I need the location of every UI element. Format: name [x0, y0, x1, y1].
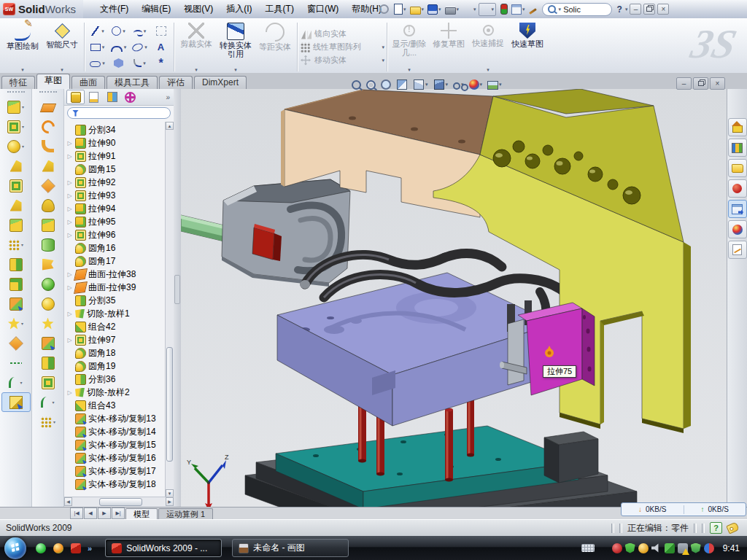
splitter-handle[interactable] [174, 275, 180, 304]
network-warning-tray-icon[interactable] [678, 543, 688, 553]
pen-button[interactable] [527, 5, 538, 13]
shell-surface-button[interactable] [34, 373, 63, 392]
freeform-button[interactable] [34, 195, 63, 215]
next-tab-button[interactable]: ▶ [98, 508, 111, 519]
dropdown-arrow-icon[interactable]: ▾ [522, 7, 525, 12]
dropdown-arrow-icon[interactable]: ▾ [499, 82, 502, 88]
doc-minimize-button[interactable]: – [676, 77, 692, 90]
graphics-viewport[interactable]: Y Z X 拉伸75 [181, 89, 727, 507]
zoom-fit-button[interactable] [352, 80, 361, 90]
dropdown-arrow-icon[interactable]: ▾ [20, 380, 22, 385]
sketch-point-button[interactable] [150, 55, 171, 71]
dropdown-arrow-icon[interactable]: ▾ [21, 321, 23, 326]
expand-arrow-icon[interactable]: ▷ [66, 337, 73, 343]
tree-item[interactable]: ▷拉伸95 [64, 215, 166, 228]
defender-tray-icon[interactable] [691, 543, 701, 553]
tree-item[interactable]: ▷拉伸94 [64, 202, 166, 215]
tree-item[interactable]: ▷拉伸93 [64, 189, 166, 202]
dropdown-arrow-icon[interactable]: ▾ [382, 58, 384, 63]
configuration-manager-tab[interactable] [103, 90, 121, 104]
display-style-button[interactable]: ▾ [433, 79, 449, 90]
search-scope-dropdown-icon[interactable]: ▾ [559, 7, 562, 12]
expand-arrow-icon[interactable]: ▷ [66, 284, 73, 291]
first-tab-button[interactable]: |◀ [70, 508, 83, 519]
updates-tray-icon[interactable] [638, 543, 649, 553]
menu-item-4[interactable]: 工具(T) [259, 1, 301, 18]
sketch-sfillet-button[interactable]: ▾ [129, 55, 150, 71]
menu-item-2[interactable]: 视图(V) [177, 1, 220, 18]
parting-line-button[interactable] [34, 254, 63, 274]
dropdown-arrow-icon[interactable]: ▾ [422, 7, 425, 12]
core-button[interactable] [34, 274, 63, 294]
tags-icon[interactable] [726, 521, 740, 534]
help-button[interactable]: ? [616, 4, 624, 15]
dropdown-arrow-icon[interactable]: ▾ [492, 7, 495, 12]
move-copy-body-button[interactable] [1, 294, 31, 314]
vscroll-thumb[interactable] [166, 347, 173, 462]
spline-tool-button[interactable]: ▾ [1, 373, 31, 392]
sketch-arc-button[interactable]: ▾ [108, 39, 129, 55]
snap-button[interactable]: 快速捕捉▾ [468, 20, 508, 74]
sketch-slot-button[interactable]: ▾ [87, 55, 108, 71]
expand-arrow-icon[interactable]: ▷ [66, 219, 73, 225]
view-palette-tab[interactable] [728, 200, 747, 218]
sketch-circle-button[interactable]: ▾ [108, 23, 129, 39]
relations-button[interactable]: 显示/删除几...▾ [390, 20, 429, 74]
extruded-cut-button[interactable]: ▾ [1, 117, 31, 136]
scroll-right-icon[interactable]: ▶ [166, 497, 174, 506]
scroll-up-icon[interactable]: ▲ [166, 122, 174, 130]
indent-button[interactable] [34, 314, 63, 333]
tree-item[interactable]: 圆角19 [64, 359, 166, 373]
tab-评估[interactable]: 评估 [159, 76, 193, 89]
dropdown-arrow-icon[interactable]: ▾ [124, 44, 127, 50]
insert-part-button[interactable]: ▾ [1, 314, 31, 333]
model-tab-1[interactable]: 运动算例 1 [158, 508, 213, 520]
dropdown-arrow-icon[interactable]: ▾ [123, 28, 125, 34]
property-manager-tab[interactable] [85, 90, 103, 104]
rib-button[interactable] [1, 215, 31, 235]
hscroll-thumb[interactable] [99, 498, 142, 506]
join-button[interactable] [34, 353, 63, 373]
taskbar-task-1[interactable]: 未命名 - 画图 [232, 539, 349, 557]
feature-manager-tab[interactable] [66, 90, 85, 104]
tree-item[interactable]: ▷拉伸91 [64, 149, 166, 163]
quicklaunch-solidworks-button[interactable] [69, 541, 83, 556]
design-library-tab[interactable] [728, 139, 747, 157]
linear-pattern-button[interactable]: ▾ [1, 235, 31, 254]
tree-item[interactable]: 实体-移动/复制13 [64, 412, 166, 425]
tree-filter-input[interactable] [67, 107, 171, 119]
view-orientation-button[interactable]: ▾ [413, 79, 428, 90]
tree-item[interactable]: 圆角16 [64, 241, 166, 254]
dropdown-arrow-icon[interactable]: ▾ [21, 242, 23, 247]
combine-button[interactable] [1, 274, 31, 294]
dropdown-arrow-icon[interactable]: ▾ [101, 28, 104, 34]
select-button[interactable]: ▾ [479, 3, 497, 16]
scroll-left-icon[interactable]: ◀ [64, 497, 72, 506]
delete-body-button[interactable] [1, 333, 31, 353]
draft-button[interactable] [1, 195, 31, 215]
security-green-tray-icon[interactable] [625, 543, 635, 553]
taskbar-task-0[interactable]: SolidWorks 2009 - ... [105, 539, 222, 557]
expand-arrow-icon[interactable]: ▷ [66, 232, 73, 238]
model-tab-0[interactable]: 模型 [125, 508, 158, 520]
quick-tips-button[interactable]: ? [710, 522, 722, 534]
tab-模具工具[interactable]: 模具工具 [107, 76, 158, 89]
search-input[interactable]: Solic [563, 5, 581, 14]
search-box[interactable]: ▾Solic [542, 3, 612, 16]
prev-tab-button[interactable]: ◀ [84, 508, 97, 519]
quick-launch-overflow[interactable]: » [88, 544, 92, 553]
open-button[interactable]: ▾ [409, 3, 426, 15]
dropdown-arrow-icon[interactable]: ▾ [438, 7, 441, 12]
quicklaunch-messenger-button[interactable] [34, 541, 48, 556]
chamfer-button[interactable] [1, 156, 31, 176]
expand-arrow-icon[interactable]: ▷ [66, 206, 73, 212]
tab-草图[interactable]: 草图 [36, 74, 70, 89]
tree-horizontal-scrollbar[interactable]: ◀ ▶ [64, 497, 174, 507]
repair-button[interactable]: 修复草图 [429, 20, 468, 74]
tree-item[interactable]: 组合42 [64, 320, 166, 333]
tree-item[interactable]: ▷切除-放样2 [64, 386, 166, 399]
tree-item[interactable]: ▷曲面-拉伸39 [64, 281, 166, 294]
menu-item-5[interactable]: 窗口(W) [301, 1, 345, 18]
dropdown-arrow-icon[interactable]: ▾ [102, 61, 105, 66]
dropdown-arrow-icon[interactable]: ▾ [473, 7, 476, 12]
